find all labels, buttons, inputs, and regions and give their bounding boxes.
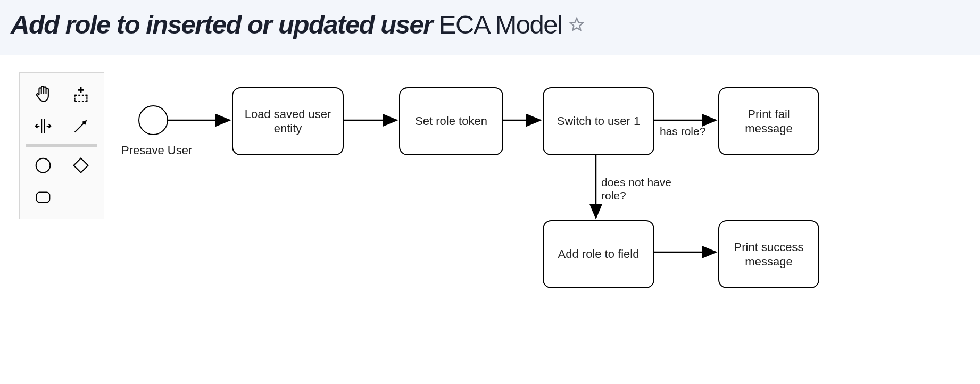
- task-label: Print success message: [726, 240, 812, 269]
- start-event-label: Presave User: [121, 144, 192, 157]
- start-event[interactable]: [138, 105, 168, 135]
- diagram-canvas[interactable]: Presave User Load saved user entity Set …: [0, 55, 980, 381]
- edge-label-has-role: has role?: [660, 124, 705, 138]
- task-label: Add role to field: [558, 247, 640, 262]
- page-header: Add role to inserted or updated user ECA…: [0, 0, 980, 55]
- task-label: Load saved user entity: [239, 107, 336, 136]
- task-label: Set role token: [415, 114, 487, 129]
- task-label: Print fail message: [726, 107, 812, 136]
- task-switch-to-user-1[interactable]: Switch to user 1: [543, 87, 654, 155]
- task-print-success-message[interactable]: Print success message: [718, 220, 819, 288]
- page-title: Add role to inserted or updated user ECA…: [11, 10, 562, 39]
- task-add-role-to-field[interactable]: Add role to field: [543, 220, 654, 288]
- title-model-name: Add role to inserted or updated user: [11, 10, 433, 39]
- task-load-saved-user-entity[interactable]: Load saved user entity: [232, 87, 344, 155]
- favorite-star-icon[interactable]: [569, 17, 584, 32]
- svg-marker-0: [571, 18, 583, 30]
- title-suffix: ECA Model: [439, 10, 562, 39]
- edge-label-does-not-have-role: does not have role?: [601, 176, 686, 202]
- task-set-role-token[interactable]: Set role token: [399, 87, 503, 155]
- task-label: Switch to user 1: [557, 114, 641, 129]
- task-print-fail-message[interactable]: Print fail message: [718, 87, 819, 155]
